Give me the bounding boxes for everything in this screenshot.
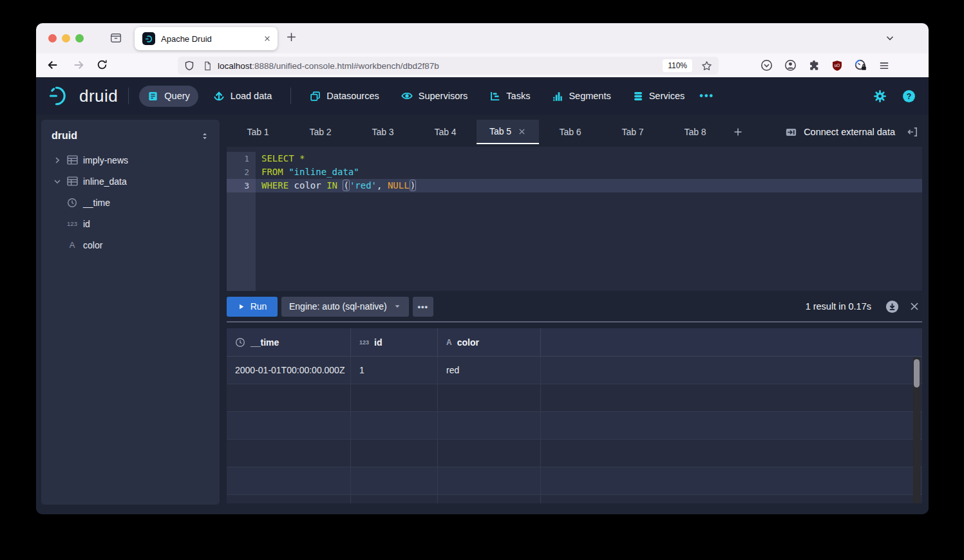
column-header-label: __time [250,337,279,348]
pocket-icon[interactable] [761,59,773,71]
svg-text:uO: uO [835,63,840,68]
query-tab-tab-5[interactable]: Tab 5 [477,120,539,144]
settings-gear-icon[interactable] [873,89,887,103]
nav-item-tasks[interactable]: Tasks [481,86,538,107]
close-tab-icon[interactable] [518,127,526,136]
browser-tab-title: Apache Druid [161,34,263,44]
new-tab-button[interactable] [286,32,297,42]
table-row[interactable]: 2000-01-01T00:00:00.000Z1red [227,357,922,384]
column-label: color [83,240,102,250]
query-tab-tab-3[interactable]: Tab 3 [352,120,414,144]
page-info-icon[interactable] [203,61,213,71]
url-host: localhost [218,61,252,71]
column-item-id[interactable]: 123id [41,213,220,234]
help-icon[interactable]: ? [902,89,916,103]
datasource-item-inline_data[interactable]: inline_data [41,171,220,192]
nav-item-services[interactable]: Services [625,86,694,107]
editor-gutter [227,187,256,291]
tab-close-icon[interactable] [263,35,271,42]
svg-text:?: ? [907,91,912,100]
sql-editor[interactable]: 1SELECT *2FROM "inline_data"3WHERE color… [227,147,922,291]
engine-select-button[interactable]: Engine: auto (sql-native) [281,297,409,317]
table-cell [438,412,541,439]
table-cell[interactable]: red [438,357,541,384]
datasource-item-imply-news[interactable]: imply-news [41,149,220,171]
table-cell [227,467,351,494]
reload-button[interactable] [96,59,108,71]
table-row-empty [227,412,922,440]
column-header-label: id [374,337,382,348]
ublock-icon[interactable]: uO [831,59,843,71]
connect-external-data-button[interactable]: Connect external data [785,127,895,138]
query-tab-tab-1[interactable]: Tab 1 [227,120,289,144]
column-item-__time[interactable]: __time [41,192,220,213]
navbar-more-button[interactable]: ••• [693,85,721,107]
code-line-3[interactable]: 3WHERE color IN ('red', NULL) [227,179,922,192]
code-line-1[interactable]: 1SELECT * [227,152,922,165]
download-results-icon[interactable] [885,300,899,313]
url-path: :8888/unified-console.html#workbench/dbd… [252,61,439,71]
column-header-filler [541,328,922,356]
table-cell[interactable]: 2000-01-01T00:00:00.000Z [227,357,351,384]
query-tab-tab-4[interactable]: Tab 4 [414,120,477,144]
results-scrollbar-thumb[interactable] [914,359,920,387]
query-tab-tab-8[interactable]: Tab 8 [664,120,726,144]
close-results-icon[interactable] [909,301,920,312]
code-line-2[interactable]: 2FROM "inline_data" [227,165,922,179]
table-row-empty [227,384,922,412]
panel-resize-handle[interactable] [227,321,922,322]
run-button[interactable]: Run [227,297,278,317]
query-tab-tab-2[interactable]: Tab 2 [289,120,352,144]
url-bar[interactable]: localhost:8888/unified-console.html#work… [178,57,719,75]
druid-logo[interactable]: druid [49,85,118,107]
table-cell-filler [541,384,922,411]
nav-item-datasources[interactable]: Datasources [301,86,387,107]
list-tabs-chevron-icon[interactable] [885,33,895,43]
column-header-color[interactable]: Acolor [438,328,541,356]
run-button-label: Run [250,301,267,312]
zoom-window-button[interactable] [75,34,84,42]
datasource-label: imply-news [83,155,128,165]
close-window-button[interactable] [48,34,57,42]
query-tab-tab-7[interactable]: Tab 7 [601,120,664,144]
account-icon[interactable] [784,59,797,71]
query-tab-tab-6[interactable]: Tab 6 [539,120,601,144]
dock-panel-icon[interactable] [907,126,918,138]
query-tab-label: Tab 5 [489,126,511,136]
puzzle-icon[interactable] [808,59,820,71]
query-tab-label: Tab 7 [621,127,643,137]
hamburger-icon[interactable] [878,59,890,71]
zoom-level-badge[interactable]: 110% [663,59,692,72]
nav-item-query[interactable]: Query [139,86,198,107]
sort-icon[interactable] [200,131,209,141]
code-text: WHERE color IN ('red', NULL) [256,179,922,192]
table-cell [351,495,438,503]
table-icon [64,155,80,165]
column-header-id[interactable]: 123id [351,328,438,356]
window-controls [48,34,84,42]
minimize-window-button[interactable] [62,34,70,42]
browser-tab[interactable]: Apache Druid [135,27,278,50]
bookmark-star-icon[interactable] [701,61,712,71]
chevron-right-icon[interactable] [50,156,64,165]
code-text: SELECT * [256,152,922,165]
table-cell[interactable]: 1 [351,357,438,384]
nav-item-supervisors[interactable]: Supervisors [393,85,477,107]
results-scrollbar[interactable] [913,357,920,503]
nav-item-load-data[interactable]: Load data [205,85,281,107]
nav-item-segments[interactable]: Segments [543,86,619,107]
column-header-__time[interactable]: __time [227,328,351,356]
chevron-down-icon[interactable] [50,177,64,186]
browser-sidebar-toggle-icon[interactable] [109,32,122,44]
query-more-button[interactable]: ••• [413,297,433,317]
privacy-icon[interactable] [855,59,867,71]
back-button[interactable] [46,59,59,71]
table-cell [227,384,351,411]
new-query-tab-button[interactable] [726,120,750,144]
table-cell [351,384,438,411]
shield-icon[interactable] [184,61,194,71]
column-item-color[interactable]: Acolor [41,234,220,256]
line-number: 3 [227,179,256,192]
forward-button[interactable] [72,59,85,71]
import-icon [785,127,797,138]
